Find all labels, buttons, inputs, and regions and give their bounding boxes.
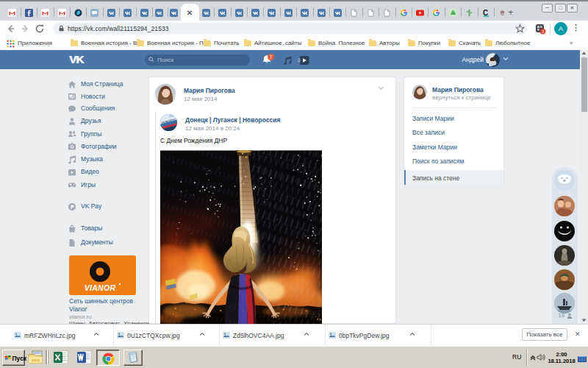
svg-text:VIANOR: VIANOR [85, 283, 116, 292]
svg-text:3: 3 [542, 29, 544, 33]
